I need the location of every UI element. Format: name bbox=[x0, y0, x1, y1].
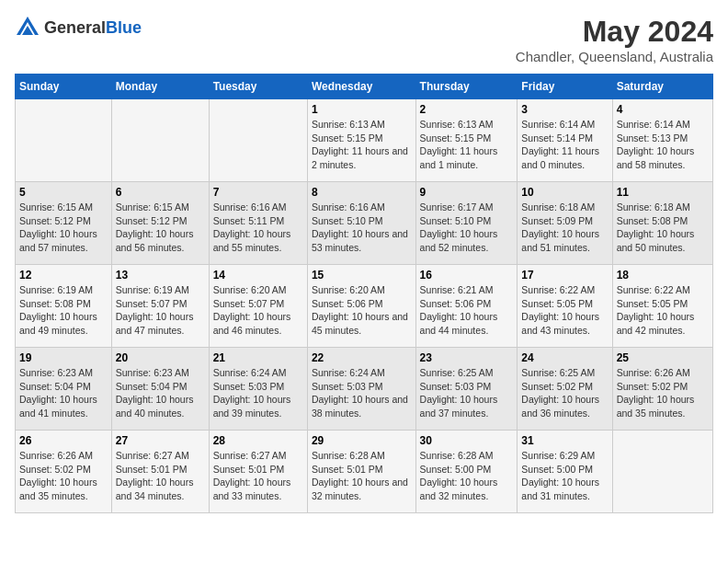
day-info: Sunrise: 6:20 AMSunset: 5:07 PMDaylight:… bbox=[213, 283, 303, 338]
day-info: Sunrise: 6:24 AMSunset: 5:03 PMDaylight:… bbox=[213, 366, 303, 420]
day-number: 25 bbox=[617, 351, 709, 364]
day-info: Sunrise: 6:14 AMSunset: 5:14 PMDaylight:… bbox=[521, 118, 608, 172]
day-number: 8 bbox=[312, 186, 412, 199]
calendar-cell bbox=[209, 99, 307, 182]
day-info: Sunrise: 6:17 AMSunset: 5:10 PMDaylight:… bbox=[420, 201, 514, 255]
calendar-cell: 31Sunrise: 6:29 AMSunset: 5:00 PMDayligh… bbox=[518, 431, 612, 513]
calendar-cell: 21Sunrise: 6:24 AMSunset: 5:03 PMDayligh… bbox=[209, 348, 307, 431]
calendar-cell: 15Sunrise: 6:20 AMSunset: 5:06 PMDayligh… bbox=[307, 265, 415, 348]
logo-blue: Blue bbox=[106, 18, 142, 37]
header-thursday: Thursday bbox=[415, 75, 518, 99]
day-info: Sunrise: 6:27 AMSunset: 5:01 PMDaylight:… bbox=[116, 449, 205, 503]
day-number: 31 bbox=[521, 434, 608, 447]
calendar-cell bbox=[16, 99, 112, 182]
calendar-cell: 28Sunrise: 6:27 AMSunset: 5:01 PMDayligh… bbox=[209, 431, 307, 513]
calendar-cell: 6Sunrise: 6:15 AMSunset: 5:12 PMDaylight… bbox=[111, 182, 209, 265]
day-number: 11 bbox=[617, 186, 709, 199]
logo: GeneralBlue bbox=[15, 15, 142, 40]
day-info: Sunrise: 6:14 AMSunset: 5:13 PMDaylight:… bbox=[617, 118, 709, 172]
main-title: May 2024 bbox=[516, 15, 713, 49]
calendar-cell: 10Sunrise: 6:18 AMSunset: 5:09 PMDayligh… bbox=[518, 182, 612, 265]
calendar-cell: 18Sunrise: 6:22 AMSunset: 5:05 PMDayligh… bbox=[612, 265, 712, 348]
calendar-cell: 25Sunrise: 6:26 AMSunset: 5:02 PMDayligh… bbox=[612, 348, 712, 431]
day-info: Sunrise: 6:29 AMSunset: 5:00 PMDaylight:… bbox=[521, 449, 608, 503]
calendar-cell: 27Sunrise: 6:27 AMSunset: 5:01 PMDayligh… bbox=[111, 431, 209, 513]
day-number: 29 bbox=[312, 434, 412, 447]
day-info: Sunrise: 6:28 AMSunset: 5:00 PMDaylight:… bbox=[420, 449, 514, 503]
calendar-cell: 26Sunrise: 6:26 AMSunset: 5:02 PMDayligh… bbox=[16, 431, 112, 513]
day-info: Sunrise: 6:24 AMSunset: 5:03 PMDaylight:… bbox=[312, 366, 412, 420]
logo-icon bbox=[15, 15, 40, 40]
calendar-header-row: SundayMondayTuesdayWednesdayThursdayFrid… bbox=[16, 75, 713, 99]
day-info: Sunrise: 6:25 AMSunset: 5:02 PMDaylight:… bbox=[521, 366, 608, 420]
day-info: Sunrise: 6:26 AMSunset: 5:02 PMDaylight:… bbox=[19, 449, 108, 503]
day-number: 30 bbox=[420, 434, 514, 447]
day-info: Sunrise: 6:16 AMSunset: 5:10 PMDaylight:… bbox=[312, 201, 412, 255]
calendar-cell: 5Sunrise: 6:15 AMSunset: 5:12 PMDaylight… bbox=[16, 182, 112, 265]
calendar-cell: 16Sunrise: 6:21 AMSunset: 5:06 PMDayligh… bbox=[415, 265, 518, 348]
calendar-cell bbox=[612, 431, 712, 513]
day-number: 26 bbox=[19, 434, 108, 447]
day-number: 4 bbox=[617, 103, 709, 116]
day-number: 20 bbox=[116, 351, 205, 364]
day-info: Sunrise: 6:27 AMSunset: 5:01 PMDaylight:… bbox=[213, 449, 303, 503]
day-number: 23 bbox=[420, 351, 514, 364]
calendar-cell: 23Sunrise: 6:25 AMSunset: 5:03 PMDayligh… bbox=[415, 348, 518, 431]
day-number: 6 bbox=[116, 186, 205, 199]
week-row-3: 12Sunrise: 6:19 AMSunset: 5:08 PMDayligh… bbox=[16, 265, 713, 348]
calendar-cell: 1Sunrise: 6:13 AMSunset: 5:15 PMDaylight… bbox=[307, 99, 415, 182]
day-info: Sunrise: 6:19 AMSunset: 5:07 PMDaylight:… bbox=[116, 283, 205, 338]
day-info: Sunrise: 6:23 AMSunset: 5:04 PMDaylight:… bbox=[19, 366, 108, 420]
header-friday: Friday bbox=[518, 75, 612, 99]
calendar-cell: 7Sunrise: 6:16 AMSunset: 5:11 PMDaylight… bbox=[209, 182, 307, 265]
week-row-2: 5Sunrise: 6:15 AMSunset: 5:12 PMDaylight… bbox=[16, 182, 713, 265]
day-number: 19 bbox=[19, 351, 108, 364]
day-number: 14 bbox=[213, 269, 303, 282]
day-number: 2 bbox=[420, 103, 514, 116]
header-monday: Monday bbox=[111, 75, 209, 99]
day-info: Sunrise: 6:16 AMSunset: 5:11 PMDaylight:… bbox=[213, 201, 303, 255]
calendar-cell: 11Sunrise: 6:18 AMSunset: 5:08 PMDayligh… bbox=[612, 182, 712, 265]
day-number: 13 bbox=[116, 269, 205, 282]
day-info: Sunrise: 6:26 AMSunset: 5:02 PMDaylight:… bbox=[617, 366, 709, 420]
day-info: Sunrise: 6:20 AMSunset: 5:06 PMDaylight:… bbox=[312, 283, 412, 338]
day-number: 5 bbox=[19, 186, 108, 199]
day-info: Sunrise: 6:23 AMSunset: 5:04 PMDaylight:… bbox=[116, 366, 205, 420]
week-row-5: 26Sunrise: 6:26 AMSunset: 5:02 PMDayligh… bbox=[16, 431, 713, 513]
logo-general: General bbox=[44, 18, 106, 37]
day-number: 18 bbox=[617, 269, 709, 282]
header-wednesday: Wednesday bbox=[307, 75, 415, 99]
subtitle: Chandler, Queensland, Australia bbox=[516, 49, 713, 64]
week-row-1: 1Sunrise: 6:13 AMSunset: 5:15 PMDaylight… bbox=[16, 99, 713, 182]
calendar-cell: 4Sunrise: 6:14 AMSunset: 5:13 PMDaylight… bbox=[612, 99, 712, 182]
day-info: Sunrise: 6:18 AMSunset: 5:09 PMDaylight:… bbox=[521, 201, 608, 255]
calendar-cell: 12Sunrise: 6:19 AMSunset: 5:08 PMDayligh… bbox=[16, 265, 112, 348]
day-info: Sunrise: 6:13 AMSunset: 5:15 PMDaylight:… bbox=[312, 118, 412, 172]
calendar-cell bbox=[111, 99, 209, 182]
calendar-cell: 9Sunrise: 6:17 AMSunset: 5:10 PMDaylight… bbox=[415, 182, 518, 265]
day-number: 17 bbox=[521, 269, 608, 282]
calendar-cell: 19Sunrise: 6:23 AMSunset: 5:04 PMDayligh… bbox=[16, 348, 112, 431]
title-block: May 2024 Chandler, Queensland, Australia bbox=[516, 15, 713, 64]
calendar-cell: 3Sunrise: 6:14 AMSunset: 5:14 PMDaylight… bbox=[518, 99, 612, 182]
day-number: 21 bbox=[213, 351, 303, 364]
calendar-cell: 8Sunrise: 6:16 AMSunset: 5:10 PMDaylight… bbox=[307, 182, 415, 265]
day-info: Sunrise: 6:18 AMSunset: 5:08 PMDaylight:… bbox=[617, 201, 709, 255]
day-number: 22 bbox=[312, 351, 412, 364]
header-saturday: Saturday bbox=[612, 75, 712, 99]
calendar-cell: 14Sunrise: 6:20 AMSunset: 5:07 PMDayligh… bbox=[209, 265, 307, 348]
day-info: Sunrise: 6:22 AMSunset: 5:05 PMDaylight:… bbox=[617, 283, 709, 338]
week-row-4: 19Sunrise: 6:23 AMSunset: 5:04 PMDayligh… bbox=[16, 348, 713, 431]
day-number: 27 bbox=[116, 434, 205, 447]
calendar-table: SundayMondayTuesdayWednesdayThursdayFrid… bbox=[15, 74, 713, 513]
day-number: 3 bbox=[521, 103, 608, 116]
header-sunday: Sunday bbox=[16, 75, 112, 99]
day-info: Sunrise: 6:25 AMSunset: 5:03 PMDaylight:… bbox=[420, 366, 514, 420]
calendar-cell: 24Sunrise: 6:25 AMSunset: 5:02 PMDayligh… bbox=[518, 348, 612, 431]
calendar-cell: 20Sunrise: 6:23 AMSunset: 5:04 PMDayligh… bbox=[111, 348, 209, 431]
day-number: 12 bbox=[19, 269, 108, 282]
day-number: 16 bbox=[420, 269, 514, 282]
page-header: GeneralBlue May 2024 Chandler, Queenslan… bbox=[15, 15, 713, 64]
day-number: 7 bbox=[213, 186, 303, 199]
calendar-cell: 22Sunrise: 6:24 AMSunset: 5:03 PMDayligh… bbox=[307, 348, 415, 431]
